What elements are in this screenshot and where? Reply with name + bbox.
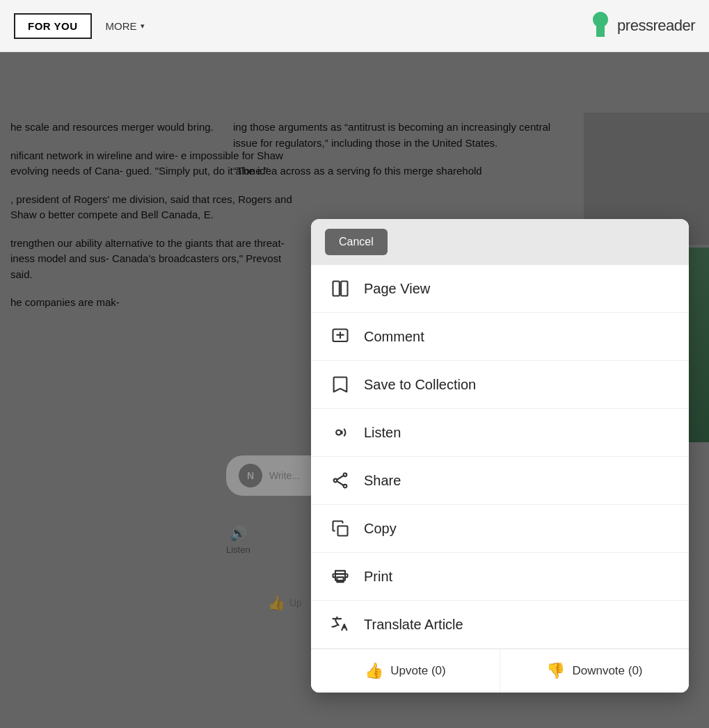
for-you-button[interactable]: FOR YOU <box>14 13 92 39</box>
copy-label: Copy <box>364 521 397 537</box>
copy-icon <box>329 517 351 540</box>
translate-icon <box>329 613 351 636</box>
bookmark-icon <box>329 373 351 396</box>
svg-line-10 <box>337 476 343 480</box>
upvote-thumb-icon: 👍 <box>365 662 383 680</box>
translate-label: Translate Article <box>364 617 463 633</box>
logo-text: pressreader <box>617 17 695 35</box>
action-item-print[interactable]: Print <box>311 553 689 601</box>
downvote-label: Downvote (0) <box>572 664 642 678</box>
listen-icon <box>329 421 351 444</box>
share-label: Share <box>364 473 401 489</box>
action-item-translate[interactable]: Translate Article <box>311 601 689 649</box>
downvote-button[interactable]: 👎 Downvote (0) <box>500 649 689 693</box>
svg-rect-12 <box>338 526 348 536</box>
share-icon <box>329 469 351 492</box>
cancel-button[interactable]: Cancel <box>325 229 388 255</box>
svg-rect-1 <box>333 282 340 296</box>
upvote-button[interactable]: 👍 Upvote (0) <box>311 649 500 693</box>
svg-line-11 <box>337 481 343 485</box>
logo-area: pressreader <box>589 12 695 40</box>
print-label: Print <box>364 569 392 585</box>
svg-point-6 <box>336 430 341 435</box>
save-collection-label: Save to Collection <box>364 377 476 393</box>
svg-rect-0 <box>598 27 603 37</box>
svg-rect-2 <box>341 282 347 296</box>
action-item-page-view[interactable]: Page View <box>311 265 689 313</box>
listen-label: Listen <box>364 425 401 441</box>
action-item-comment[interactable]: Comment <box>311 313 689 361</box>
upvote-label: Upvote (0) <box>390 664 445 678</box>
chevron-down-icon: ▾ <box>141 22 145 31</box>
downvote-thumb-icon: 👎 <box>546 662 565 680</box>
vote-bar: 👍 Upvote (0) 👎 Downvote (0) <box>311 649 689 693</box>
comment-label: Comment <box>364 329 424 345</box>
header: FOR YOU MORE ▾ pressreader <box>0 0 709 52</box>
action-sheet-header: Cancel <box>311 219 689 265</box>
comment-icon <box>329 325 351 348</box>
action-item-share[interactable]: Share <box>311 457 689 505</box>
more-button[interactable]: MORE ▾ <box>106 20 145 32</box>
action-sheet: Cancel Page View Comment Save to Collect… <box>311 219 689 693</box>
pressreader-logo-icon <box>589 12 612 40</box>
action-item-save-collection[interactable]: Save to Collection <box>311 361 689 409</box>
action-item-copy[interactable]: Copy <box>311 505 689 553</box>
svg-rect-14 <box>337 577 343 582</box>
book-icon <box>329 277 351 300</box>
page-view-label: Page View <box>364 281 430 297</box>
action-item-listen[interactable]: Listen <box>311 409 689 457</box>
print-icon <box>329 565 351 588</box>
